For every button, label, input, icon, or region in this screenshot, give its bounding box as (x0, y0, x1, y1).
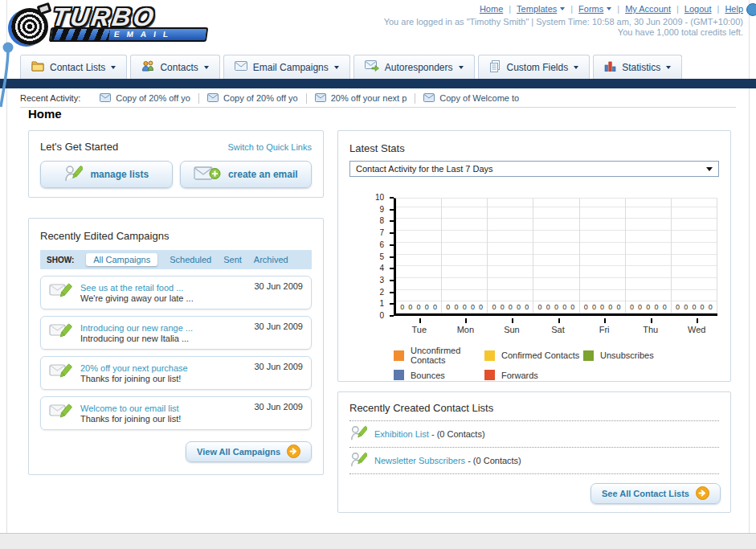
bar-value-label: 0 (562, 303, 566, 311)
x-axis-tick-mark (512, 318, 513, 323)
bar-value-label: 0 (701, 303, 705, 311)
latest-stats-panel: Latest Stats Contact Activity for the La… (337, 130, 731, 382)
logo-subtitle: EMAIL (49, 27, 209, 42)
envelope-icon (100, 93, 111, 104)
campaign-title-link[interactable]: See us at the retail food ... (80, 283, 247, 293)
campaign-title-link[interactable]: Welcome to our email list (80, 404, 247, 413)
filter-sent[interactable]: Sent (223, 255, 242, 264)
bar-value-label: 0 (538, 303, 542, 311)
chart-day-group: 00000 (442, 199, 488, 313)
x-axis-tick-mark (419, 318, 421, 323)
link-templates[interactable]: Templates (517, 4, 565, 14)
tab-autoresponders[interactable]: Autoresponders (353, 55, 475, 79)
stats-period-select[interactable]: Contact Activity for the Last 7 Days (349, 161, 719, 177)
x-axis-label: Mon (443, 318, 489, 334)
stats-period-value: Contact Activity for the Last 7 Days (356, 164, 493, 174)
bar-value-label: 0 (417, 303, 421, 311)
arrow-circle-icon (287, 445, 300, 460)
tab-contacts[interactable]: Contacts (130, 55, 219, 79)
filter-all-campaigns[interactable]: All Campaigns (86, 253, 157, 266)
person-pencil-icon (63, 164, 83, 186)
tab-contact-lists[interactable]: Contact Lists (20, 55, 127, 79)
recent-activity-item[interactable]: Copy of 20% off yo (198, 93, 306, 104)
credits-text: You have 1,000 total credits left. (618, 27, 743, 37)
campaign-title-link[interactable]: 20% off your next purchase (80, 363, 247, 373)
chevron-down-icon (459, 66, 464, 69)
bar-value-label: 0 (400, 303, 404, 311)
legend-item: Unconfirmed Contacts (394, 346, 484, 365)
envelope-plus-icon (194, 165, 221, 185)
legend-swatch (394, 350, 404, 361)
filter-archived[interactable]: Archived (254, 255, 288, 264)
envelope-icon (235, 61, 247, 73)
bar-value-label: 0 (501, 303, 505, 311)
bar-value-label: 0 (663, 303, 667, 311)
chart-day-group: 00000 (672, 199, 717, 313)
campaign-row[interactable]: See us at the retail food ... We're givi… (40, 276, 312, 309)
legend-label: Unsubscribes (600, 350, 654, 360)
create-email-button[interactable]: create an email (180, 161, 313, 188)
campaign-title-link[interactable]: Introducing our new range ... (80, 323, 247, 333)
bar-value-label: 0 (509, 303, 513, 311)
recent-campaigns-panel: Recently Edited Campaigns SHOW: All Camp… (28, 218, 324, 475)
chevron-down-icon (607, 7, 611, 10)
link-help[interactable]: Help (725, 4, 743, 14)
chart-day-group: 00000 (580, 199, 626, 313)
campaign-subtitle: Thanks for joining our list! (80, 414, 247, 424)
campaign-row[interactable]: Introducing our new range ... Introducin… (40, 316, 312, 350)
chart-day-group: 00000 (626, 199, 672, 313)
filter-scheduled[interactable]: Scheduled (170, 255, 211, 264)
legend-item: Unsubscribes (583, 346, 719, 365)
bar-value-label: 0 (492, 303, 496, 311)
y-axis-tick-label: 0 (379, 312, 384, 320)
campaign-row[interactable]: Welcome to our email list Thanks for joi… (40, 396, 312, 430)
switch-quick-links[interactable]: Switch to Quick Links (227, 142, 312, 152)
see-all-contact-lists-button[interactable]: See All Contact Lists (590, 483, 721, 504)
contact-list-link[interactable]: Exhibition List (374, 429, 429, 439)
bar-value-label: 0 (525, 303, 529, 311)
bar-value-label: 0 (408, 303, 412, 311)
chevron-down-icon (334, 66, 339, 69)
divider (20, 107, 736, 108)
email-edit-icon (49, 402, 73, 424)
x-axis-label: Thu (627, 318, 674, 334)
x-axis-label: Wed (673, 318, 720, 334)
bar-value-label: 0 (630, 303, 634, 311)
get-started-title: Let's Get Started (40, 141, 118, 153)
bar-value-label: 0 (546, 303, 550, 311)
link-home[interactable]: Home (480, 4, 503, 14)
tab-custom-fields[interactable]: Custom Fields (478, 55, 590, 79)
view-all-campaigns-button[interactable]: View All Campaigns (186, 441, 312, 462)
link-forms[interactable]: Forms (578, 4, 611, 14)
bar-value-label: 0 (517, 303, 521, 311)
campaign-subtitle: Introducing our new Italia ... (80, 334, 247, 343)
show-label: SHOW: (47, 256, 74, 264)
manage-lists-button[interactable]: manage lists (40, 161, 173, 188)
y-axis-tick-label: 2 (379, 289, 384, 297)
recent-activity-item[interactable]: 20% off your next p (306, 93, 415, 104)
campaign-row[interactable]: 20% off your next purchase Thanks for jo… (40, 356, 312, 390)
chevron-down-icon (560, 7, 565, 10)
bar-value-label: 0 (709, 303, 713, 311)
legend-item: Confirmed Contacts (484, 346, 583, 365)
help-bubble-icon[interactable] (746, 3, 756, 16)
tab-statistics[interactable]: Statistics (593, 55, 682, 79)
chart-day-group: 00000 (396, 199, 442, 313)
bar-value-label: 0 (676, 303, 680, 311)
y-axis-tick-label: 8 (379, 217, 384, 225)
contact-list-link[interactable]: Newsletter Subscribers (374, 456, 465, 465)
recent-activity-item[interactable]: Copy of Welcome to (415, 93, 527, 104)
link-logout[interactable]: Logout (684, 4, 712, 14)
pin-decoration (0, 39, 21, 108)
recent-activity-item[interactable]: Copy of 20% off yo (92, 93, 198, 104)
link-my-account[interactable]: My Account (625, 4, 671, 14)
contact-list-item[interactable]: Exhibition List - (0 Contacts) (349, 421, 719, 448)
contact-list-item[interactable]: Newsletter Subscribers - (0 Contacts) (349, 448, 719, 474)
y-axis-tick-label: 6 (379, 241, 384, 249)
y-axis-tick-label: 7 (379, 229, 384, 237)
tab-email-campaigns[interactable]: Email Campaigns (223, 55, 350, 79)
bar-value-label: 0 (446, 303, 450, 311)
bar-value-label: 0 (479, 303, 483, 311)
bar-value-label: 0 (570, 303, 574, 311)
bar-value-label: 0 (463, 303, 467, 311)
